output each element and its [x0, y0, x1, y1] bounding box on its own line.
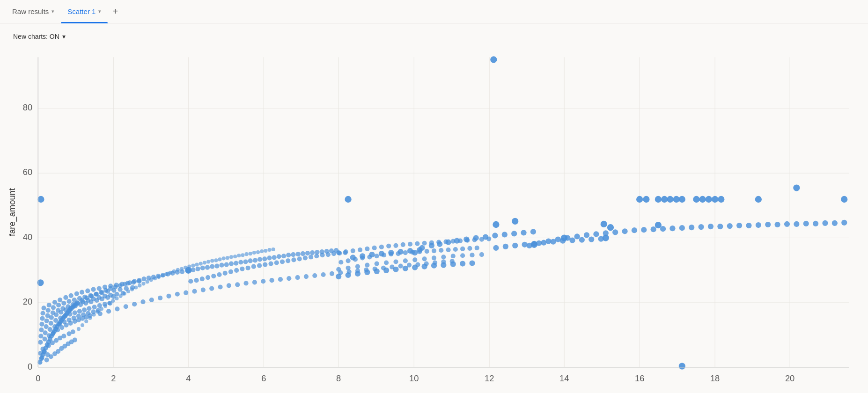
svg-point-205 — [277, 254, 281, 259]
svg-point-300 — [451, 254, 456, 258]
svg-point-409 — [210, 259, 214, 262]
svg-point-268 — [338, 260, 343, 264]
svg-point-425 — [272, 247, 275, 251]
svg-point-427 — [106, 309, 111, 313]
svg-point-221 — [206, 275, 210, 280]
svg-text:0: 0 — [28, 362, 32, 371]
svg-text:16: 16 — [635, 373, 644, 383]
svg-point-464 — [424, 261, 429, 266]
svg-point-448 — [287, 276, 291, 281]
svg-point-193 — [220, 263, 224, 268]
svg-point-75 — [66, 318, 71, 322]
svg-point-332 — [530, 229, 536, 234]
svg-point-77 — [76, 314, 81, 319]
svg-point-426 — [98, 311, 103, 316]
svg-point-466 — [441, 259, 446, 264]
svg-point-364 — [706, 196, 712, 203]
svg-point-303 — [479, 252, 484, 257]
svg-point-355 — [643, 196, 649, 203]
svg-point-167 — [94, 292, 99, 297]
svg-point-329 — [502, 232, 508, 237]
svg-point-70 — [43, 330, 48, 335]
svg-point-419 — [249, 252, 252, 255]
svg-point-92 — [87, 306, 91, 311]
svg-point-197 — [238, 260, 243, 264]
svg-point-53 — [61, 334, 66, 338]
svg-point-227 — [240, 267, 244, 271]
svg-point-532 — [813, 221, 818, 226]
svg-point-299 — [441, 255, 446, 259]
svg-point-235 — [286, 258, 290, 263]
svg-point-173 — [123, 282, 127, 286]
svg-point-317 — [460, 261, 465, 266]
svg-point-442 — [235, 282, 240, 287]
svg-point-462 — [407, 263, 412, 268]
svg-point-460 — [390, 265, 394, 269]
svg-point-93 — [92, 305, 96, 309]
svg-point-223 — [217, 272, 221, 277]
svg-point-114 — [51, 310, 55, 315]
svg-point-76 — [72, 316, 76, 320]
svg-point-133 — [66, 299, 71, 304]
svg-point-286 — [467, 246, 472, 251]
svg-point-234 — [280, 259, 285, 264]
svg-point-508 — [584, 232, 589, 238]
svg-point-495 — [360, 253, 365, 259]
svg-point-385 — [119, 294, 123, 298]
svg-point-517 — [669, 226, 675, 231]
svg-point-516 — [660, 226, 666, 232]
svg-point-174 — [127, 280, 132, 285]
svg-point-360 — [673, 196, 679, 203]
svg-point-502 — [527, 243, 532, 248]
svg-point-91 — [82, 307, 87, 312]
svg-point-145 — [41, 306, 46, 310]
svg-point-408 — [206, 260, 210, 263]
svg-point-324 — [454, 238, 460, 244]
svg-point-400 — [176, 268, 180, 272]
svg-text:20: 20 — [785, 373, 794, 383]
svg-point-335 — [512, 243, 518, 248]
svg-point-506 — [565, 235, 570, 240]
svg-point-366 — [718, 196, 724, 203]
svg-point-328 — [492, 233, 498, 238]
svg-point-514 — [641, 227, 647, 233]
svg-point-82 — [39, 328, 44, 332]
svg-point-511 — [612, 229, 618, 235]
svg-point-298 — [432, 255, 436, 260]
svg-point-228 — [246, 266, 250, 270]
svg-point-202 — [262, 256, 267, 261]
svg-point-507 — [574, 233, 580, 239]
svg-point-436 — [184, 291, 188, 295]
svg-point-291 — [365, 263, 369, 268]
svg-point-395 — [157, 275, 161, 279]
svg-point-172 — [118, 283, 122, 288]
svg-point-152 — [80, 290, 84, 295]
svg-point-209 — [296, 252, 301, 256]
svg-point-417 — [241, 253, 244, 257]
svg-point-346 — [37, 196, 44, 203]
svg-point-467 — [450, 259, 455, 263]
svg-point-500 — [407, 248, 413, 254]
svg-point-413 — [226, 256, 229, 260]
svg-point-368 — [793, 184, 800, 191]
tab-scatter-1[interactable]: Scatter 1 ▾ — [61, 0, 108, 23]
svg-point-294 — [393, 259, 398, 264]
svg-point-253 — [386, 244, 391, 248]
svg-point-147 — [52, 300, 57, 305]
svg-point-79 — [86, 311, 90, 315]
tab-raw-results[interactable]: Raw results ▾ — [6, 0, 61, 23]
svg-text:60: 60 — [23, 167, 32, 177]
svg-point-83 — [44, 324, 49, 329]
svg-point-219 — [194, 278, 199, 283]
svg-point-89 — [73, 310, 77, 315]
new-charts-toggle[interactable]: New charts: ON ▾ — [9, 31, 69, 42]
tab-add-button[interactable]: + — [108, 0, 123, 23]
svg-point-386 — [123, 292, 126, 296]
svg-point-435 — [175, 292, 180, 297]
svg-point-354 — [636, 196, 643, 203]
svg-point-388 — [130, 287, 134, 291]
svg-text:14: 14 — [559, 373, 569, 383]
svg-point-330 — [511, 231, 517, 236]
svg-point-350 — [512, 218, 518, 225]
svg-point-455 — [347, 269, 352, 274]
